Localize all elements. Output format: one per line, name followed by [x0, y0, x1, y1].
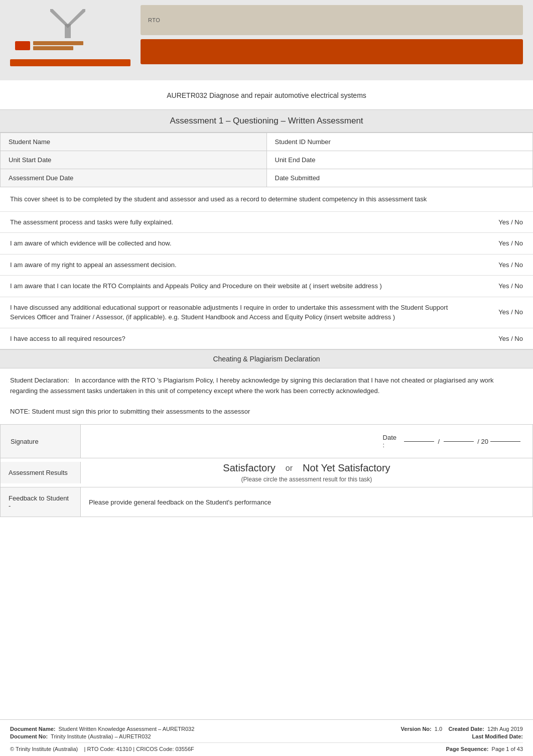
date-submitted-label: Date Submitted: [266, 169, 533, 187]
date-line-day: [404, 441, 434, 442]
footer-doc-no: Document No: Trinity Institute (Australi…: [10, 733, 194, 739]
assessment-results-row: Assessment Results Satisfactory or Not Y…: [0, 458, 533, 487]
svg-rect-1: [65, 24, 71, 38]
logo-red-bar: [15, 41, 30, 50]
yn-row-1: The assessment process and tasks were fu…: [0, 212, 533, 233]
cover-text: This cover sheet is to be completed by t…: [0, 187, 533, 212]
footer-left: Document Name: Student Written Knowledge…: [10, 726, 194, 739]
unit-end-label: Unit End Date: [266, 151, 533, 169]
or-separator: or: [286, 464, 293, 473]
results-options: Satisfactory or Not Yet Satisfactory: [223, 462, 390, 474]
footer-doc-no-value: Trinity Institute (Australia) – AURETR03…: [51, 733, 151, 739]
student-info-table: Student Name Student ID Number Unit Star…: [0, 133, 533, 187]
unit-start-label: Unit Start Date: [1, 151, 267, 169]
yn-answer-2: Yes / No: [469, 233, 533, 255]
logo-y-icon: [50, 9, 85, 39]
date-line-month: [444, 441, 474, 442]
spacer: [0, 517, 533, 719]
footer-last-modified: Last Modified Date:: [401, 733, 523, 739]
declaration-text: Student Declaration: In accordance with …: [0, 368, 533, 424]
footer-doc-name: Document Name: Student Written Knowledge…: [10, 726, 194, 732]
results-label: Assessment Results: [1, 462, 81, 483]
footer-copyright: © Trinity Institute (Australia) | RTO Co…: [10, 746, 194, 752]
yn-text-3: I am aware of my right to appeal an asse…: [0, 254, 469, 276]
results-content: Satisfactory or Not Yet Satisfactory (Pl…: [81, 458, 532, 487]
yn-answer-6: Yes / No: [469, 328, 533, 349]
yn-row-6: I have access to all required resources?…: [0, 328, 533, 349]
yn-text-6: I have access to all required resources?: [0, 328, 469, 349]
yn-row-3: I am aware of my right to appeal an asse…: [0, 254, 533, 276]
footer-doc-no-label: Document No:: [10, 733, 48, 739]
main-content: AURETR032 Diagnose and repair automotive…: [0, 80, 533, 756]
assessment-due-label: Assessment Due Date: [1, 169, 267, 187]
footer-version: Version No: 1.0 Created Date: 12th Aug 2…: [401, 726, 523, 732]
feedback-content: Please provide general feedback on the S…: [81, 491, 532, 513]
assessment-due-row: Assessment Due Date Date Submitted: [1, 169, 533, 187]
satisfactory-option: Satisfactory: [223, 462, 275, 474]
logo-text-row: [15, 41, 83, 50]
declaration-label: Student Declaration:: [10, 376, 69, 384]
yn-text-2: I am aware of which evidence will be col…: [0, 233, 469, 255]
date-line-year: [490, 441, 520, 442]
footer-created-label: Created Date:: [448, 726, 484, 732]
header-right-top: RTO: [141, 5, 523, 35]
yn-text-4: I am aware that I can locate the RTO Com…: [0, 276, 469, 297]
yn-row-5: I have discussed any additional educatio…: [0, 297, 533, 328]
date-label: Date:: [383, 434, 396, 449]
logo-line-1: [33, 41, 83, 45]
yn-text-5: I have discussed any additional educatio…: [0, 297, 469, 328]
footer-created-value: 12th Aug 2019: [487, 726, 523, 732]
student-id-label: Student ID Number: [266, 133, 533, 151]
yn-text-1: The assessment process and tasks were fu…: [0, 212, 469, 233]
feedback-label: Feedback to Student -: [1, 487, 81, 517]
footer-version-label: Version No:: [401, 726, 432, 732]
footer-top: Document Name: Student Written Knowledge…: [10, 726, 523, 739]
yn-answer-5: Yes / No: [469, 297, 533, 328]
results-note: (Please circle the assessment result for…: [241, 476, 372, 483]
footer-area: Document Name: Student Written Knowledge…: [0, 719, 533, 756]
assessment-title: Assessment 1 – Questioning – Written Ass…: [0, 109, 533, 133]
yn-row-4: I am aware that I can locate the RTO Com…: [0, 276, 533, 297]
header-area: RTO: [0, 0, 533, 80]
footer-bottom: © Trinity Institute (Australia) | RTO Co…: [10, 742, 523, 752]
doc-subtitle: AURETR032 Diagnose and repair automotive…: [0, 80, 533, 104]
yn-answer-3: Yes / No: [469, 254, 533, 276]
signature-row: Signature Date: / / 20: [0, 424, 533, 458]
signature-label: Signature: [1, 425, 81, 458]
header-right: RTO: [141, 5, 523, 75]
page: RTO AURETR032 Diagnose and repair automo…: [0, 0, 533, 756]
footer-version-value: 1.0: [435, 726, 442, 732]
declaration-body: In accordance with the RTO 's Plagiarism…: [10, 376, 494, 395]
logo-text-lines: [33, 41, 83, 50]
cheating-section-header: Cheating & Plagiarism Declaration: [0, 349, 533, 368]
header-right-text: RTO: [148, 17, 160, 23]
yn-table: The assessment process and tasks were fu…: [0, 212, 533, 350]
not-yet-option: Not Yet Satisfactory: [303, 462, 390, 474]
logo-line-2: [33, 46, 73, 50]
declaration-note: NOTE: Student must sign this prior to su…: [10, 408, 250, 415]
yn-answer-1: Yes / No: [469, 212, 533, 233]
student-name-label: Student Name: [1, 133, 267, 151]
header-right-bottom: [141, 39, 523, 64]
date-cell: Date: / / 20: [81, 425, 532, 458]
footer-right: Version No: 1.0 Created Date: 12th Aug 2…: [401, 726, 523, 739]
student-name-row: Student Name Student ID Number: [1, 133, 533, 151]
footer-doc-name-label: Document Name:: [10, 726, 55, 732]
yn-answer-4: Yes / No: [469, 276, 533, 297]
footer-page-seq: Page Sequence: Page 1 of 43: [446, 746, 523, 752]
unit-start-row: Unit Start Date Unit End Date: [1, 151, 533, 169]
footer-modified-label: Last Modified Date:: [472, 733, 523, 739]
feedback-row: Feedback to Student - Please provide gen…: [0, 487, 533, 517]
yn-row-2: I am aware of which evidence will be col…: [0, 233, 533, 255]
logo-bottom-bar: [10, 59, 130, 66]
footer-doc-name-value: Student Written Knowledge Assessment – A…: [59, 726, 195, 732]
logo-block: [10, 5, 130, 75]
